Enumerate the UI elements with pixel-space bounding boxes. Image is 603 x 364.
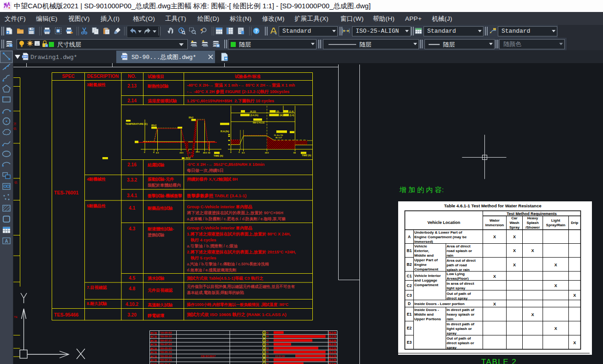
svg-text:2: 2 [263,355,265,358]
svg-text:Inside Doors -: Inside Doors - [414,308,439,312]
svg-text:RH CYCLE: RH CYCLE [253,121,265,124]
svg-text:a.皮革蠟 / b.防霧劑 / c.肥皂水 / d.防: a.皮革蠟 / b.防霧劑 / c.肥皂水 / d.防臭劑 / e.咖啡,茶,可… [187,217,286,221]
svg-text:d.煞車油 / e.擋風玻璃清洗劑: d.煞車油 / e.擋風玻璃清洗劑 [187,268,236,272]
svg-text:持續於樣件 X,Y,Z軸測試 8H: 持續於樣件 X,Y,Z軸測試 8H [186,177,238,182]
svg-text:基本組成,電路版面,焊點等的缺陷: 基本組成,電路版面,焊點等的缺陷 [186,290,244,295]
svg-text:裝配於車體結構內: 裝配於車體結構內 [147,183,181,188]
svg-text:Inside Doors - Lower portion: Inside Doors - Lower portion [414,302,465,306]
svg-text:Middle and: Middle and [414,312,434,317]
svg-text:TEMPERATURE (C): TEMPERATURE (C) [125,123,148,125]
svg-text:rain: rain [447,317,454,321]
svg-text:随层: 随层 [239,41,251,48]
svg-text:2.14: 2.14 [127,98,137,103]
svg-text:3: 3 [263,351,265,353]
svg-text:B1: B1 [407,248,412,253]
svg-text:4.10.2: 4.10.2 [125,302,138,307]
svg-text:X3 EC20/: X3 EC20/ [275,355,285,358]
svg-text:3.3.2: 3.3.2 [127,177,137,182]
svg-text:road splash or: road splash or [447,249,472,253]
svg-text:E3: E3 [407,340,412,345]
svg-text:54: 54 [208,152,210,154]
svg-text:X: X [554,263,557,267]
svg-text:元件目視確認: 元件目視確認 [147,288,173,293]
svg-text:增 加 的 内 容:: 增 加 的 内 容: [399,186,444,194]
svg-text:X: X [513,263,516,267]
svg-text:rain: rain [447,253,454,258]
svg-text:8: 8 [263,332,265,334]
svg-text:陈志强: 陈志强 [329,358,336,362]
svg-text:8.耐久試驗: 8.耐久試驗 [87,301,107,306]
svg-text:3.4.1: 3.4.1 [127,193,137,198]
svg-text:高溫耐久試驗: 高溫耐久試驗 [148,303,173,307]
svg-text:CB EC2017: CB EC2017 [201,355,216,358]
svg-text:AL LLT: AL LLT [275,136,282,139]
svg-text:(3.4.2A): (3.4.2A) [251,114,259,117]
svg-text:light spray: light spray [447,286,466,290]
svg-text:'09-02-21: '09-02-21 [160,358,172,361]
svg-text:I3: I3 [267,343,269,346]
svg-text:28.5: 28.5 [196,151,200,153]
svg-text:7.目視確認: 7.目視確認 [87,285,107,290]
svg-text:X: X [573,293,576,298]
svg-text:-5°C X 2H -→ 35±2°C,85±5%RH X: -5°C X 2H -→ 35±2°C,85±5%RH X 10min [187,162,264,167]
svg-text:2.將下述之溶液塗抹在試片的表面上,放置於 20±15°C: 2.將下述之溶液塗抹在試片的表面上,放置於 20±15°C ×24H, [187,250,296,254]
svg-text:耐液體性試驗-: 耐液體性試驗- [148,227,174,231]
svg-text:and Luggage: and Luggage [414,278,437,282]
svg-text:Area out of direct: Area out of direct [447,258,476,263]
svg-text:測試方式依 Table(4.5.1-1)等級 C3 執行: 測試方式依 Table(4.5.1-1)等級 C3 執行之 [186,276,263,281]
svg-text:'09-07-27: '09-07-27 [160,339,172,342]
svg-text:X: X [513,235,516,239]
svg-text:'09-09-22: '09-09-22 [160,335,172,338]
svg-text:4.5: 4.5 [129,276,135,281]
svg-text:DESCRIPTION: DESCRIPTION [87,74,119,79]
svg-text:Splash: Splash [526,221,538,225]
svg-text:4.1: 4.1 [129,205,135,211]
svg-text:X: X [513,248,516,253]
svg-text:a.汽油 / b.引擎油 / c.傳動油 / c: a.汽油 / b.引擎油 / c.傳動油 / c.50%長效冷洗精 [187,262,269,266]
svg-text:Immersion: Immersion [485,223,504,227]
svg-text:'10-05-02: '10-05-02 [160,331,172,334]
svg-text:/Shower: /Shower [525,225,540,229]
svg-text:I7: I7 [267,363,269,364]
svg-text:TES-76001: TES-76001 [54,190,78,195]
svg-text:4.3: 4.3 [129,226,135,231]
svg-text:万: 万 [13,122,17,125]
svg-text:Vehicle Interior: Vehicle Interior [414,274,441,278]
svg-text:Upper Part of: Upper Part of [414,258,438,262]
svg-text:靜電破壞: 靜電破壞 [147,313,165,318]
svg-text:塗飾試驗: 塗飾試驗 [147,233,165,237]
svg-text:85±2: 85±2 [189,117,193,119]
svg-text:Test Method Requirements: Test Method Requirements [507,211,557,216]
svg-text:随层: 随层 [359,41,371,48]
svg-text:Light: Light [551,218,561,223]
svg-text:陈志强: 陈志强 [329,331,336,335]
svg-text:(2): (2) [276,111,279,113]
svg-text:Middle and: Middle and [414,253,434,258]
svg-text:D: D [408,301,411,306]
svg-text:(1.4): (1.4) [289,111,294,113]
svg-text:I6: I6 [267,358,269,361]
svg-text:尺寸线层: 尺寸线层 [57,41,81,48]
svg-text:Spray/Rain: Spray/Rain [546,223,566,227]
svg-text:(W): (W) [280,114,283,117]
svg-text:?: ? [255,28,257,34]
svg-text:陈志强: 陈志强 [329,335,336,338]
svg-text:I3: I3 [267,347,269,350]
svg-text:NO.: NO. [128,74,136,79]
svg-text:每日做一次,持續5日: 每日做一次,持續5日 [186,168,224,173]
svg-text:4: 4 [263,347,265,350]
svg-text:X: X [493,274,496,279]
svg-text:X: X [531,248,534,253]
svg-text:24.5: 24.5 [179,152,184,154]
svg-text:X: X [493,235,496,239]
svg-text:1.25°C,60±15%RH×85H: 1.25°C,60±15%RH×85H [187,99,232,103]
svg-text:Underbody & Lower Part of: Underbody & Lower Part of [414,230,462,235]
svg-text:Spray: Spray [509,225,520,229]
svg-text:2.13: 2.13 [127,83,137,88]
svg-text:陈志强: 陈志强 [329,343,336,346]
svg-text:Upper Portions: Upper Portions [414,317,441,321]
svg-text:direct spray: direct spray [447,296,468,300]
svg-text:操作1000小時,內部零件施以一般負載情況 ,測試溫度 :: 操作1000小時,內部零件施以一般負載情況 ,測試溫度 :90°C [186,302,288,307]
svg-text:Out of path of: Out of path of [447,336,471,341]
svg-text:-40±2: -40±2 [185,157,191,159]
